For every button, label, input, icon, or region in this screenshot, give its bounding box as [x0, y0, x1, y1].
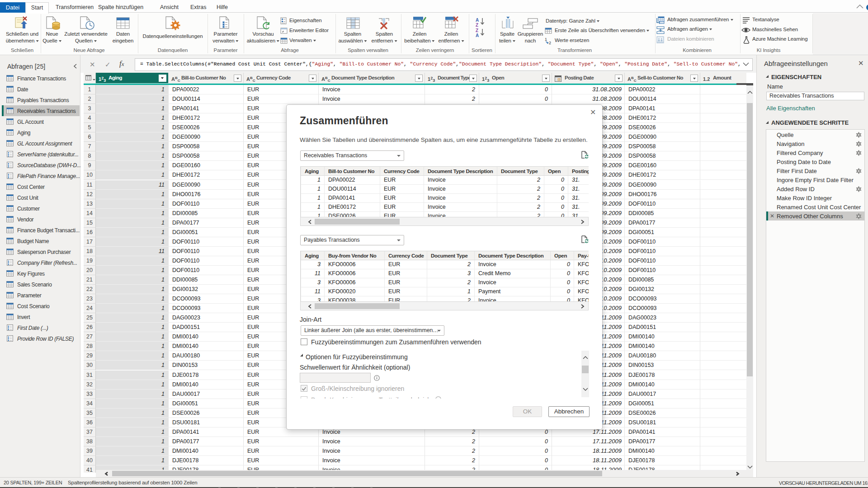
svg-text:Z: Z: [476, 28, 478, 33]
svg-text:A: A: [476, 33, 479, 37]
svg-text:Z: Z: [476, 23, 478, 28]
svg-text:2: 2: [549, 41, 551, 44]
svg-text:A: A: [476, 18, 479, 23]
svg-text:1: 1: [545, 37, 547, 42]
